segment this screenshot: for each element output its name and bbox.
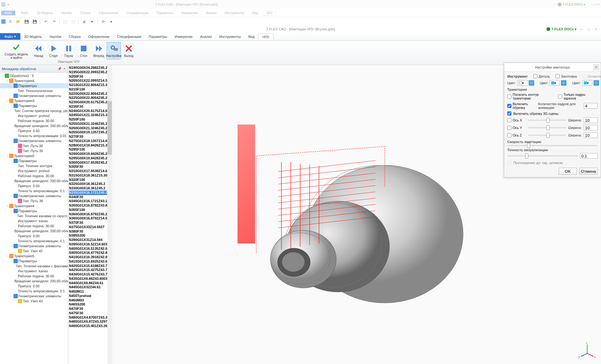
menu-item-6[interactable]: Измерение [171,33,196,40]
width-x[interactable] [584,117,598,123]
tree-node[interactable]: −Геометрические элементы [0,138,68,143]
ribbon-pause[interactable]: Пауза [61,42,76,59]
globe-icon[interactable] [593,80,599,86]
tree-node[interactable]: −Траектория4 [0,203,68,208]
gcode-line[interactable]: N410G01X16.3918Z42.97 [69,255,112,259]
menu-item-0[interactable]: 3D Модель [20,33,46,40]
gcode-line[interactable]: N225G00X22.8064Z45.2 [69,96,112,100]
slider-x[interactable] [528,120,566,121]
gcode-line[interactable]: N460M03 [69,298,112,303]
tree-node[interactable]: Тип: Точение канавки со скругл. [0,213,68,218]
gcode-line[interactable]: N430G01X15.4276Z43.78 [69,272,112,277]
menu-item-9[interactable]: Вид [244,33,258,40]
tree-node[interactable]: Инструмент: kanav [0,218,68,223]
qat-print[interactable]: 🖨 [81,18,87,25]
gcode-line[interactable]: N440G01X6.86Z44.61 [69,281,112,285]
frames-input[interactable] [584,103,598,109]
slider-accuracy[interactable] [507,155,578,156]
tree-node[interactable]: −Траектория3 [0,98,68,103]
qat-alt2[interactable]: ⬚ [70,18,76,25]
gcode-line[interactable]: N205G01X22.0993Z14.59 [69,79,112,83]
tree-node[interactable]: Вращение шпинделя: 200.00 об/ми [0,178,68,183]
menu-item-5[interactable]: Параметры [145,33,171,40]
gcode-line[interactable]: N215F100 [69,87,112,92]
slider-y[interactable] [528,127,566,128]
chk-axis-y[interactable]: Ось Y [507,126,526,130]
gcode-line[interactable]: N480G01X4.87007Z43.34 [69,315,112,320]
width-z[interactable] [584,132,598,138]
tree-node[interactable]: Тип: Точение канавки с фасками [0,264,68,269]
menu-item-10[interactable]: ЧПУ [258,33,273,40]
slider-speed[interactable] [507,145,598,146]
gcode-line[interactable]: N260G00X21.3246Z45.2 [69,126,112,131]
tab-fixture[interactable]: Оснастка [583,74,601,78]
gcode-line[interactable]: N350G01X16.8792Z43.89 [69,203,112,208]
chk-3d-clip[interactable]: Включить обрезку 3D сцены [507,111,598,115]
ok-button[interactable]: OK [559,168,577,175]
gcode-line[interactable]: N470F30 [69,307,112,311]
qat-down[interactable]: ▾ [108,18,115,25]
gcode-line[interactable]: N420G01X15.6188Z43.72 [69,264,112,268]
color-tool[interactable]: Цвет: ▾ [507,80,534,86]
tab-part[interactable]: Деталь [533,74,550,78]
tree-node[interactable]: Точность аппроксимации: 0.1 [0,238,68,244]
gcode-line[interactable]: N235F30 [69,105,112,109]
ribbon-ffwd[interactable]: Вперёд [91,42,106,59]
tree-node[interactable]: −Геометрические элементы [0,294,68,299]
gcode-line[interactable]: N490G01X15.401Z43.260 [69,324,112,328]
tree-node[interactable]: Тип: Снятие припуска проход. рез. [0,108,68,113]
tab-tool[interactable]: Инструмент [507,74,528,78]
tree-node[interactable]: Припуск: 0.50 [0,128,68,133]
gcode-line[interactable]: N275G01X19.1357Z14.60 [69,139,112,143]
tree-node[interactable]: Инструмент: prohod [0,168,68,173]
gcode-line[interactable]: N400G01X16.5135Z42.67 [69,247,112,251]
chk-enable-clip[interactable]: Включить обрезку [507,102,536,110]
slider-z[interactable] [528,135,566,136]
qat-more[interactable]: ▾ [89,18,96,25]
tree-node[interactable]: Тип: Технологическая [0,88,68,93]
gcode-line[interactable]: N360G00X16.8792Z45.2 [69,212,112,217]
gcode-line[interactable]: N265G00X19.1357Z45.2 [69,130,112,135]
gcode-line[interactable]: N425G01X15.4275Z43.78 [69,268,112,272]
gcode-line[interactable]: N310G01X17.6539Z14.60 [69,169,112,173]
gcode-line[interactable]: N340F30 [69,195,112,199]
tree-node[interactable]: Тип: Путь 39 [0,148,68,153]
cancel-button[interactable]: Отмена [579,168,598,175]
gcode-line[interactable]: N385S200 [69,233,112,238]
gcode-line[interactable]: N370F30 [69,221,112,225]
panel-pin[interactable]: 📌 [57,67,62,71]
qat-save-all[interactable]: 💾 [31,18,38,25]
tree-node[interactable]: Припуск: 0.00 [0,183,68,188]
tree-node[interactable]: Тип: Путь 38 [0,143,68,148]
tree-node[interactable]: Точность аппроксимации: 0.1 [0,188,68,193]
gcode-line[interactable]: N290G00X19.8428Z45.2 [69,152,112,156]
gcode-line[interactable]: N280G01X19.8428Z15.30 [69,143,112,148]
color-part[interactable]: Цвет: ▾ [540,80,567,86]
tree-node[interactable]: Рабочая подача: 30.00 [0,274,68,279]
gcode-line[interactable]: N190G00X24.2882Z45.2 [69,66,112,70]
gcode-line[interactable]: N375G01X33Z14.5927 [69,225,112,229]
tree-node[interactable]: −Геометрические элементы [0,193,68,198]
panel-close[interactable]: × [62,67,67,71]
chk-arc[interactable]: Прохождение дуг окр. целиком [507,161,598,165]
gcode-line[interactable]: N465S200 [69,302,112,307]
gcode-line[interactable]: N315G01X18.361Z15.309 [69,173,112,178]
gcode-line[interactable]: N330G00X18.361Z45.2 [69,186,112,191]
menu-item-2[interactable]: Сборка [65,33,85,40]
chk-axis-x[interactable]: Ось X [507,118,526,122]
gcode-line[interactable]: N245G01X21.3246Z15.30 [69,113,112,117]
tree-node[interactable]: Припуск: 0.00 [0,284,68,289]
tree-node[interactable]: −Параметры [0,259,68,264]
ribbon-close[interactable]: Выход [122,42,136,59]
ribbon-rew[interactable]: Назад [31,42,46,59]
color-blank[interactable]: Цвет: ▾ [572,80,599,86]
gcode-list[interactable]: N190G00X24.2882Z45.2N195G00X22.0993Z45.2… [68,65,112,329]
gcode-line[interactable]: N230G00X20.6175Z45.2 [69,100,112,105]
tree-node[interactable]: −Обработка1 : 5 [0,73,68,78]
gcode-line[interactable]: N405G01X16.4779Z42.82 [69,251,112,255]
gcode-line[interactable]: N300G00X17.6539Z45.2 [69,161,112,165]
gcode-line[interactable]: N200F30 [69,74,112,79]
restore-button[interactable]: □ [586,26,592,32]
chk-axis-z[interactable]: Ось Z [507,133,526,137]
menu-item-4[interactable]: Спецификации [113,33,145,40]
